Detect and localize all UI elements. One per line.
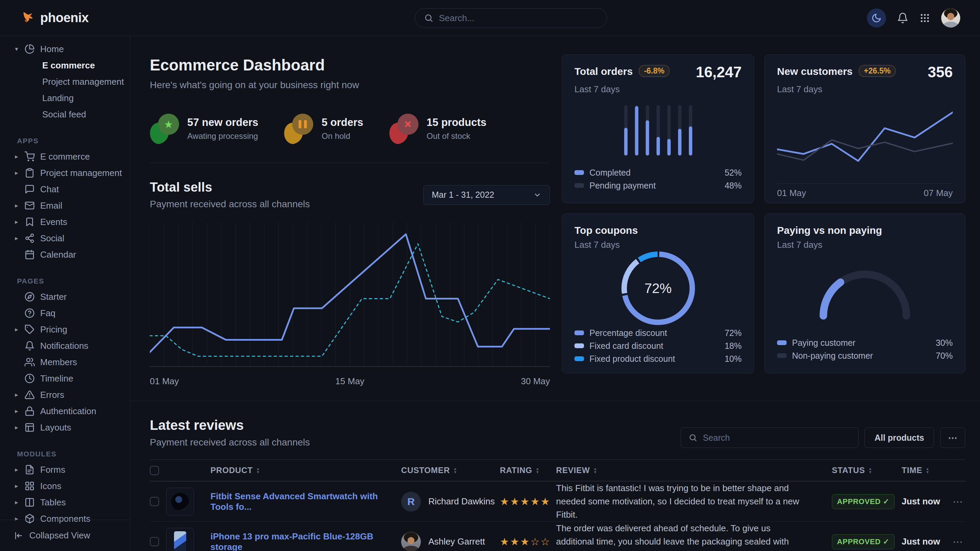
sidebar-subitem-project-management[interactable]: Project management — [0, 73, 130, 90]
column-header-time[interactable]: TIME▲▼ — [902, 465, 953, 475]
sidebar-item-events[interactable]: ▸Events — [0, 214, 130, 230]
sidebar-subitem-landing[interactable]: Landing — [0, 90, 130, 106]
sidebar-item-forms[interactable]: ▸Forms — [0, 462, 130, 478]
sidebar-item-pricing[interactable]: ▸Pricing — [0, 321, 130, 338]
column-header-customer[interactable]: CUSTOMER▲▼ — [401, 465, 500, 475]
date-range-select[interactable]: Mar 1 - 31, 2022 — [423, 185, 550, 205]
sidebar-item-home[interactable]: ▾Home — [0, 41, 130, 57]
reviews-search-input[interactable] — [703, 433, 851, 443]
sidebar-subitem-e-commerce[interactable]: E commerce — [0, 57, 130, 73]
sidebar-item-label: E commerce — [40, 151, 90, 162]
row-menu-button[interactable]: ⋯ — [953, 536, 966, 548]
customer-avatar — [401, 532, 421, 551]
sidebar-item-authentication[interactable]: ▸Authentication — [0, 403, 130, 419]
legend-value: 48% — [725, 181, 741, 191]
sidebar-item-chat[interactable]: Chat — [0, 181, 130, 197]
tag-icon — [24, 324, 35, 335]
all-products-button[interactable]: All products — [865, 427, 934, 448]
sidebar-item-email[interactable]: ▸Email — [0, 197, 130, 214]
sidebar-item-starter[interactable]: Starter — [0, 289, 130, 305]
apps-grid-button[interactable] — [920, 13, 930, 24]
sidebar-section-label: PAGES — [17, 277, 130, 285]
chevron-right-icon: ▸ — [15, 218, 24, 225]
pie-icon — [24, 44, 35, 54]
global-search[interactable] — [415, 8, 607, 28]
reviews-search[interactable] — [681, 427, 858, 448]
sidebar-item-project-management[interactable]: ▸Project management — [0, 165, 130, 181]
legend-row: Paying customer30% — [777, 336, 953, 349]
x-label-mid: 15 May — [179, 376, 521, 387]
card-title: Top coupons — [574, 225, 638, 236]
product-thumbnail[interactable] — [166, 528, 194, 551]
search-icon — [424, 13, 433, 23]
sidebar-item-faq[interactable]: Faq — [0, 305, 130, 321]
row-menu-button[interactable]: ⋯ — [953, 495, 966, 507]
sidebar-item-calendar[interactable]: Calendar — [0, 246, 130, 263]
bell-icon — [24, 341, 35, 351]
legend-row: Pending payment48% — [574, 179, 741, 192]
stat-caption: On hold — [321, 131, 363, 141]
global-search-input[interactable] — [439, 13, 598, 24]
bookmark-icon — [24, 217, 35, 227]
stats-row: 57 new ordersAwating processing5 ordersO… — [150, 113, 550, 144]
legend-label: Percentage discount — [589, 328, 667, 338]
sidebar-subitem-social-feed[interactable]: Social feed — [0, 106, 130, 122]
sidebar-item-social[interactable]: ▸Social — [0, 230, 130, 246]
chevron-right-icon: ▸ — [15, 202, 24, 209]
column-header-product[interactable]: PRODUCT▲▼ — [210, 465, 401, 475]
card-value: 16,247 — [696, 64, 741, 81]
column-label: PRODUCT — [210, 465, 253, 475]
total-sells-subtitle: Payment received across all channels — [150, 199, 310, 210]
users-icon — [24, 357, 35, 367]
card-title: Paying vs non paying — [777, 225, 882, 236]
card-value: 356 — [928, 64, 953, 81]
product-link[interactable]: Fitbit Sense Advanced Smartwatch with To… — [210, 491, 401, 512]
sidebar-item-label: Forms — [40, 465, 65, 475]
legend-swatch — [777, 340, 787, 345]
total-orders-card: Total orders -6.8% 16,247 Last 7 days Co… — [562, 54, 754, 203]
notifications-button[interactable] — [897, 12, 908, 24]
status-badge: APPROVED ✓ — [832, 534, 894, 549]
sidebar-item-label: Errors — [40, 390, 64, 400]
reviews-subtitle: Payment received across all channels — [150, 437, 310, 448]
theme-toggle-button[interactable] — [867, 8, 886, 27]
cross-icon — [404, 119, 412, 130]
sidebar-item-errors[interactable]: ▸Errors — [0, 387, 130, 403]
more-options-button[interactable]: ⋯ — [940, 427, 966, 448]
app-logo-text: phoenix — [40, 11, 89, 25]
stat-value: 15 products — [427, 116, 487, 129]
page-subtitle: Here's what's going on at your business … — [150, 79, 550, 91]
column-header-review[interactable]: REVIEW▲▼ — [556, 465, 832, 475]
legend-swatch — [574, 183, 584, 188]
row-checkbox[interactable] — [150, 537, 159, 546]
legend-value: 72% — [725, 328, 741, 338]
sidebar-item-icons[interactable]: ▸Icons — [0, 478, 130, 494]
app-logo[interactable]: phoenix — [21, 11, 89, 25]
sidebar-item-timeline[interactable]: Timeline — [0, 370, 130, 387]
topbar-actions — [867, 8, 960, 27]
chevron-right-icon: ▸ — [15, 391, 24, 399]
sidebar-item-e-commerce[interactable]: ▸E commerce — [0, 148, 130, 165]
stat-text: 15 productsOut of stock — [427, 116, 487, 141]
dashboard-left-column: Ecommerce Dashboard Here's what's going … — [150, 54, 550, 387]
new-customers-card: New customers +26.5% 356 Last 7 days 01 … — [764, 54, 966, 203]
sidebar-item-tables[interactable]: ▸Tables — [0, 494, 130, 510]
user-avatar[interactable] — [941, 8, 960, 27]
sidebar-item-label: Icons — [40, 481, 61, 491]
pause-icon — [299, 120, 307, 128]
stat-text: 57 new ordersAwating processing — [187, 116, 258, 141]
row-checkbox[interactable] — [150, 497, 159, 506]
column-header-status[interactable]: STATUS▲▼ — [832, 465, 902, 475]
customer-name: Richard Dawkins — [428, 496, 495, 507]
product-thumbnail[interactable] — [166, 488, 194, 516]
sidebar-item-notifications[interactable]: Notifications — [0, 338, 130, 354]
stat-star-icon — [150, 113, 180, 144]
collapsed-view-toggle[interactable]: Collapsed View — [0, 520, 130, 551]
select-all-checkbox[interactable] — [150, 466, 159, 475]
rating-stars: ★★★☆☆ — [500, 536, 556, 548]
sidebar-item-members[interactable]: Members — [0, 354, 130, 370]
chevron-right-icon: ▸ — [15, 466, 24, 473]
column-header-rating[interactable]: RATING▲▼ — [500, 465, 556, 475]
product-link[interactable]: iPhone 13 pro max-Pacific Blue-128GB sto… — [210, 531, 401, 551]
sidebar-item-layouts[interactable]: ▸Layouts — [0, 419, 130, 436]
